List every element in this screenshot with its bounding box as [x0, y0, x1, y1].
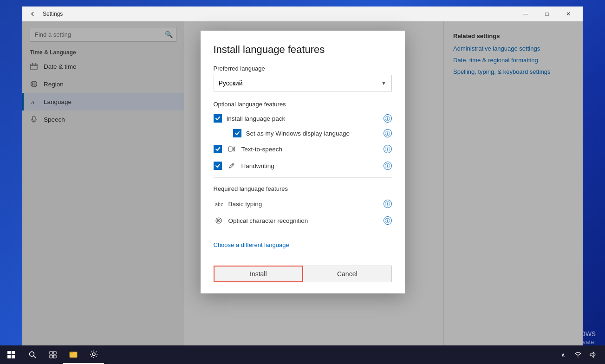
taskbar-settings[interactable] — [84, 345, 104, 364]
divider — [214, 177, 392, 178]
svg-rect-25 — [53, 355, 56, 358]
feature-row-handwriting: Handwriting ⓘ — [214, 161, 392, 171]
feature-row-lang-pack: Install language pack ⓘ — [214, 114, 392, 123]
svg-rect-17 — [12, 351, 15, 354]
checkbox-lang-pack[interactable] — [214, 114, 222, 123]
tts-info-icon[interactable]: ⓘ — [384, 145, 392, 153]
svg-point-28 — [92, 353, 95, 356]
ocr-icon — [214, 215, 224, 226]
lang-pack-label: Install language pack — [227, 115, 379, 122]
svg-rect-23 — [53, 351, 56, 354]
taskbar-right: ∧ — [557, 348, 605, 361]
basic-typing-label: Basic typing — [228, 201, 379, 208]
preferred-language-label: Preferred language — [214, 65, 392, 72]
window-title: Settings — [43, 11, 63, 17]
ocr-label: Optical character recognition — [228, 217, 379, 224]
taskbar: ∧ — [0, 345, 605, 364]
start-button[interactable] — [0, 345, 22, 364]
svg-rect-10 — [228, 147, 232, 151]
language-dropdown-value: Русский — [219, 79, 243, 87]
display-lang-label: Set as my Windows display language — [246, 130, 379, 137]
feature-row-tts: Text-to-speech ⓘ — [214, 144, 392, 154]
tray-network-icon[interactable] — [572, 348, 585, 361]
svg-line-21 — [34, 356, 36, 358]
svg-point-29 — [578, 357, 579, 358]
svg-rect-19 — [12, 355, 15, 358]
modal-footer: Install Cancel — [214, 258, 392, 282]
svg-line-11 — [232, 164, 233, 165]
required-section-label: Required language features — [214, 185, 392, 192]
language-dropdown[interactable]: Русский ▼ — [214, 75, 392, 91]
lang-pack-info-icon[interactable]: ⓘ — [384, 114, 392, 123]
install-language-dialog: Install language features Preferred lang… — [201, 31, 405, 293]
handwriting-icon — [227, 161, 237, 171]
title-bar-controls: — □ ✕ — [515, 6, 579, 21]
tts-icon — [227, 144, 237, 154]
svg-rect-16 — [7, 351, 11, 354]
optional-section-label: Optional language features — [214, 101, 392, 108]
dropdown-arrow-icon: ▼ — [381, 80, 387, 86]
display-lang-info-icon[interactable]: ⓘ — [384, 129, 392, 137]
basic-typing-icon: abc — [214, 199, 224, 209]
title-bar-left: Settings — [26, 7, 63, 20]
title-bar: Settings — □ ✕ — [22, 6, 583, 21]
choose-language-link[interactable]: Choose a different language — [214, 241, 289, 248]
svg-marker-30 — [590, 352, 594, 358]
svg-rect-22 — [50, 351, 52, 354]
taskbar-file-explorer[interactable] — [63, 345, 84, 364]
svg-point-15 — [218, 220, 219, 221]
svg-text:abc: abc — [215, 202, 223, 207]
checkbox-display-lang[interactable] — [233, 129, 241, 137]
handwriting-info-icon[interactable]: ⓘ — [384, 162, 392, 170]
svg-rect-24 — [50, 355, 52, 358]
feature-row-basic-typing: abc Basic typing ⓘ — [214, 199, 392, 209]
svg-rect-18 — [7, 355, 11, 358]
taskbar-task-view[interactable] — [43, 345, 63, 364]
maximize-button[interactable]: □ — [536, 6, 558, 21]
close-button[interactable]: ✕ — [558, 6, 579, 21]
settings-window: Settings — □ ✕ 🔍 Time & Language Date & … — [22, 6, 583, 350]
feature-row-ocr: Optical character recognition ⓘ — [214, 215, 392, 226]
modal-overlay: Install language features Preferred lang… — [22, 21, 583, 350]
tray-chevron-icon[interactable]: ∧ — [557, 348, 570, 361]
svg-rect-27 — [70, 352, 73, 353]
modal-title: Install language features — [214, 44, 392, 56]
checkbox-handwriting[interactable] — [214, 162, 222, 170]
checkbox-tts[interactable] — [214, 145, 222, 153]
install-button[interactable]: Install — [214, 266, 304, 282]
cancel-button[interactable]: Cancel — [303, 266, 392, 282]
back-button[interactable] — [26, 7, 39, 20]
tts-label: Text-to-speech — [241, 146, 379, 153]
feature-row-display-lang: Set as my Windows display language ⓘ — [214, 129, 392, 137]
minimize-button[interactable]: — — [515, 6, 536, 21]
handwriting-label: Handwriting — [241, 162, 379, 169]
ocr-info-icon[interactable]: ⓘ — [384, 216, 392, 225]
tray-sound-icon[interactable] — [586, 348, 599, 361]
basic-typing-info-icon[interactable]: ⓘ — [384, 200, 392, 208]
svg-point-20 — [30, 352, 34, 357]
taskbar-search[interactable] — [22, 345, 43, 364]
